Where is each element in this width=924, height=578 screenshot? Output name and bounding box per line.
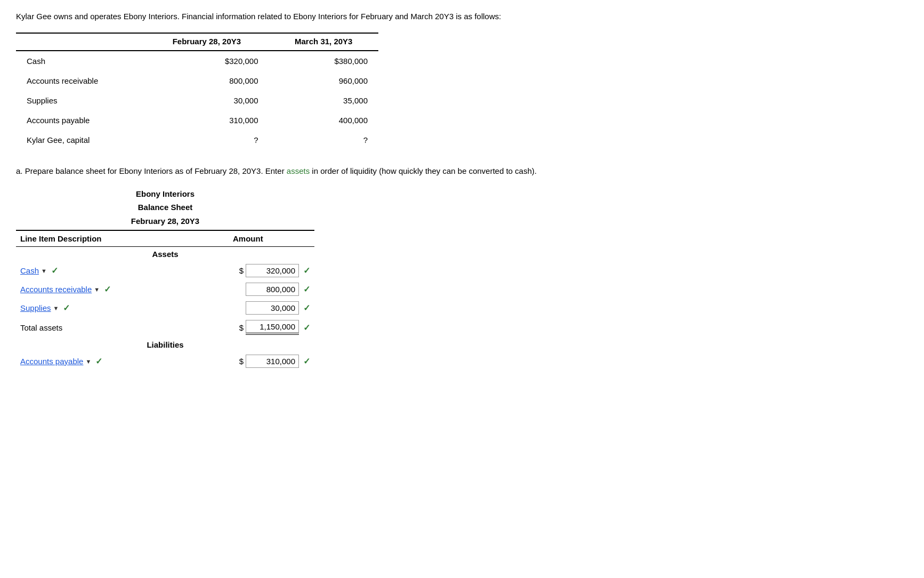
check-icon: ✓ (303, 284, 310, 294)
amount-input[interactable] (246, 301, 299, 315)
dollar-sign: $ (239, 357, 244, 366)
dropdown-item: Supplies ▼ ✓ (20, 303, 70, 313)
check-icon: ✓ (104, 284, 111, 294)
bs-col-amount: Amount (182, 230, 314, 247)
financial-row: Accounts payable 310,000 400,000 (16, 110, 378, 130)
instruction-green-word: assets (287, 166, 310, 175)
check-icon: ✓ (51, 266, 58, 276)
amount-input[interactable] (246, 283, 299, 296)
check-icon: ✓ (63, 303, 70, 313)
financial-row: Supplies 30,000 35,000 (16, 91, 378, 110)
financial-row-label: Kylar Gee, capital (16, 130, 144, 150)
total-assets-label: Total assets (16, 317, 182, 338)
dropdown-arrow-icon[interactable]: ▼ (94, 286, 100, 293)
bs-asset-amount: ✓ (182, 280, 314, 299)
bs-liability-row: Accounts payable ▼ ✓ $ ✓ (16, 352, 314, 371)
instruction-before: a. Prepare balance sheet for Ebony Inter… (16, 166, 287, 175)
check-icon: ✓ (303, 266, 310, 276)
dropdown-label-btn[interactable]: Accounts payable (20, 357, 83, 366)
dropdown-label-btn[interactable]: Supplies (20, 303, 51, 312)
instruction-text: a. Prepare balance sheet for Ebony Inter… (16, 165, 908, 178)
financial-row-mar: ? (269, 130, 378, 150)
financial-data-table: February 28, 20Y3 March 31, 20Y3 Cash $3… (16, 33, 378, 150)
dropdown-item: Accounts receivable ▼ ✓ (20, 284, 111, 294)
financial-row-label: Accounts payable (16, 110, 144, 130)
financial-row-mar: 35,000 (269, 91, 378, 110)
liabilities-section-header: Liabilities (16, 338, 314, 352)
dropdown-arrow-icon[interactable]: ▼ (85, 358, 91, 365)
total-amount-cell: $ ✓ (186, 320, 310, 335)
financial-row: Accounts receivable 800,000 960,000 (16, 71, 378, 91)
dropdown-label-btn[interactable]: Cash (20, 266, 39, 275)
check-icon: ✓ (95, 356, 102, 366)
bs-asset-amount: ✓ (182, 299, 314, 317)
bs-liability-label: Accounts payable ▼ ✓ (16, 352, 182, 371)
check-icon: ✓ (303, 303, 310, 313)
bs-asset-row: Cash ▼ ✓ $ ✓ (16, 261, 314, 280)
col-header-label (16, 33, 144, 51)
bs-col-description: Line Item Description (16, 230, 182, 247)
assets-section-header: Assets (16, 247, 314, 262)
total-assets-row: Total assets $ ✓ (16, 317, 314, 338)
balance-sheet-title: Ebony Interiors Balance Sheet February 2… (16, 187, 314, 228)
bs-asset-label: Accounts receivable ▼ ✓ (16, 280, 182, 299)
instruction-after: in order of liquidity (how quickly they … (310, 166, 537, 175)
check-icon: ✓ (303, 323, 310, 333)
total-assets-input[interactable] (246, 320, 299, 335)
dropdown-item: Cash ▼ ✓ (20, 266, 58, 276)
financial-row-label: Supplies (16, 91, 144, 110)
col-header-mar: March 31, 20Y3 (269, 33, 378, 51)
financial-row-mar: 960,000 (269, 71, 378, 91)
financial-row-mar: 400,000 (269, 110, 378, 130)
amount-cell: ✓ (186, 301, 310, 315)
financial-row-feb: 310,000 (144, 110, 269, 130)
financial-row: Cash $320,000 $380,000 (16, 51, 378, 71)
bs-title-line2: Balance Sheet (16, 200, 314, 214)
dropdown-item: Accounts payable ▼ ✓ (20, 356, 102, 366)
assets-label: Assets (16, 247, 314, 262)
bs-asset-row: Accounts receivable ▼ ✓ ✓ (16, 280, 314, 299)
balance-sheet-table: Line Item Description Amount Assets Cash… (16, 230, 314, 371)
amount-input[interactable] (246, 264, 299, 277)
financial-row-feb: 30,000 (144, 91, 269, 110)
bs-title-line1: Ebony Interiors (16, 187, 314, 201)
financial-row-mar: $380,000 (269, 51, 378, 71)
financial-row-feb: 800,000 (144, 71, 269, 91)
financial-row: Kylar Gee, capital ? ? (16, 130, 378, 150)
bs-asset-amount: $ ✓ (182, 261, 314, 280)
dropdown-arrow-icon[interactable]: ▼ (53, 305, 59, 311)
amount-input[interactable] (246, 355, 299, 368)
total-dollar-sign: $ (239, 323, 244, 332)
check-icon: ✓ (303, 356, 310, 366)
financial-row-label: Cash (16, 51, 144, 71)
financial-row-feb: ? (144, 130, 269, 150)
dropdown-label-btn[interactable]: Accounts receivable (20, 285, 92, 294)
financial-row-feb: $320,000 (144, 51, 269, 71)
dollar-sign: $ (239, 266, 244, 275)
intro-paragraph: Kylar Gee owns and operates Ebony Interi… (16, 11, 908, 23)
total-assets-amount: $ ✓ (182, 317, 314, 338)
amount-cell: ✓ (186, 283, 310, 296)
col-header-feb: February 28, 20Y3 (144, 33, 269, 51)
dropdown-arrow-icon[interactable]: ▼ (41, 268, 47, 274)
balance-sheet-container: Ebony Interiors Balance Sheet February 2… (16, 187, 314, 371)
bs-asset-row: Supplies ▼ ✓ ✓ (16, 299, 314, 317)
bs-asset-label: Supplies ▼ ✓ (16, 299, 182, 317)
amount-cell: $ ✓ (186, 264, 310, 277)
amount-cell: $ ✓ (186, 355, 310, 368)
financial-row-label: Accounts receivable (16, 71, 144, 91)
bs-asset-label: Cash ▼ ✓ (16, 261, 182, 280)
liabilities-label: Liabilities (16, 338, 314, 352)
bs-liability-amount: $ ✓ (182, 352, 314, 371)
bs-title-line3: February 28, 20Y3 (16, 214, 314, 228)
